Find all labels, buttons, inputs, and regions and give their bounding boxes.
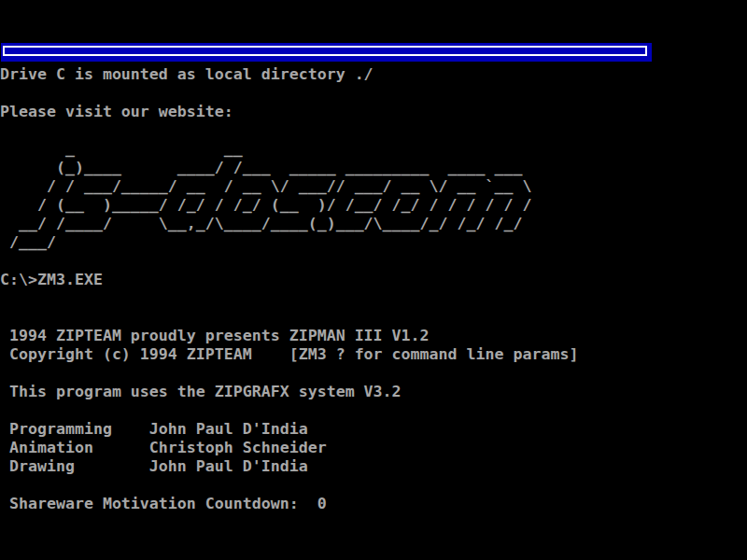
credit-line-drawing: Drawing John Paul D'India — [0, 457, 308, 476]
website-message: Please visit our website: — [0, 103, 233, 121]
loading-progress-fill — [3, 46, 647, 56]
loading-progress-bar — [1, 43, 652, 62]
command-prompt-line: C:\>ZM3.EXE — [0, 271, 103, 289]
system-info-line: This program uses the ZIPGRAFX system V3… — [0, 383, 402, 401]
dos-emulator-screen[interactable]: Drive C is mounted as local directory ./… — [0, 0, 747, 560]
jsdos-ascii-logo: _ __ (_)____ ____/ /___ _____ _________ … — [0, 140, 531, 252]
credit-line-animation: Animation Christoph Schneider — [0, 439, 327, 457]
shareware-countdown-line: Shareware Motivation Countdown: 0 — [0, 495, 327, 513]
presents-line: 1994 ZIPTEAM proudly presents ZIPMAN III… — [0, 327, 430, 345]
copyright-line: Copyright (c) 1994 ZIPTEAM [ZM3 ? for co… — [0, 345, 578, 364]
mount-message: Drive C is mounted as local directory ./ — [0, 65, 374, 84]
credit-line-programming: Programming John Paul D'India — [0, 420, 308, 439]
